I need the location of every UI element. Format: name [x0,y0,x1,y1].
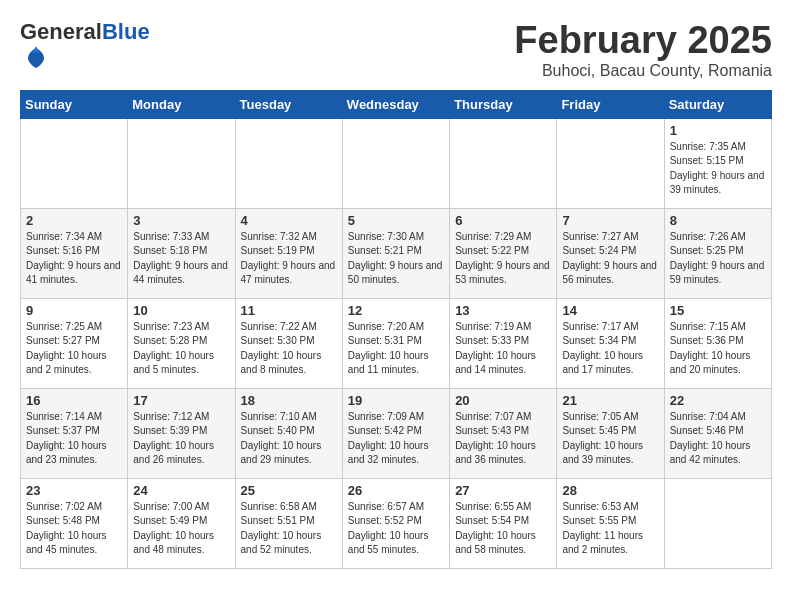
day-number: 26 [348,483,444,498]
calendar-week-row: 2Sunrise: 7:34 AM Sunset: 5:16 PM Daylig… [21,208,772,298]
calendar-header-sunday: Sunday [21,90,128,118]
calendar-cell: 20Sunrise: 7:07 AM Sunset: 5:43 PM Dayli… [450,388,557,478]
day-number: 21 [562,393,658,408]
calendar-cell: 25Sunrise: 6:58 AM Sunset: 5:51 PM Dayli… [235,478,342,568]
calendar-cell: 4Sunrise: 7:32 AM Sunset: 5:19 PM Daylig… [235,208,342,298]
day-number: 19 [348,393,444,408]
day-info: Sunrise: 7:32 AM Sunset: 5:19 PM Dayligh… [241,230,337,288]
calendar-cell: 12Sunrise: 7:20 AM Sunset: 5:31 PM Dayli… [342,298,449,388]
day-number: 18 [241,393,337,408]
calendar-week-row: 9Sunrise: 7:25 AM Sunset: 5:27 PM Daylig… [21,298,772,388]
day-info: Sunrise: 7:33 AM Sunset: 5:18 PM Dayligh… [133,230,229,288]
logo-blue-text: Blue [102,19,150,44]
calendar-cell: 3Sunrise: 7:33 AM Sunset: 5:18 PM Daylig… [128,208,235,298]
day-number: 24 [133,483,229,498]
calendar-header-saturday: Saturday [664,90,771,118]
calendar-cell [235,118,342,208]
calendar-cell: 27Sunrise: 6:55 AM Sunset: 5:54 PM Dayli… [450,478,557,568]
month-title: February 2025 [514,20,772,62]
day-info: Sunrise: 7:20 AM Sunset: 5:31 PM Dayligh… [348,320,444,378]
calendar-cell: 8Sunrise: 7:26 AM Sunset: 5:25 PM Daylig… [664,208,771,298]
day-number: 9 [26,303,122,318]
calendar-cell: 19Sunrise: 7:09 AM Sunset: 5:42 PM Dayli… [342,388,449,478]
calendar-week-row: 23Sunrise: 7:02 AM Sunset: 5:48 PM Dayli… [21,478,772,568]
calendar-cell: 17Sunrise: 7:12 AM Sunset: 5:39 PM Dayli… [128,388,235,478]
day-number: 2 [26,213,122,228]
calendar-header-friday: Friday [557,90,664,118]
calendar-cell: 23Sunrise: 7:02 AM Sunset: 5:48 PM Dayli… [21,478,128,568]
day-info: Sunrise: 7:25 AM Sunset: 5:27 PM Dayligh… [26,320,122,378]
day-number: 20 [455,393,551,408]
day-number: 7 [562,213,658,228]
day-number: 25 [241,483,337,498]
day-number: 23 [26,483,122,498]
calendar-cell: 2Sunrise: 7:34 AM Sunset: 5:16 PM Daylig… [21,208,128,298]
calendar-cell: 6Sunrise: 7:29 AM Sunset: 5:22 PM Daylig… [450,208,557,298]
day-info: Sunrise: 7:05 AM Sunset: 5:45 PM Dayligh… [562,410,658,468]
day-number: 3 [133,213,229,228]
day-info: Sunrise: 7:26 AM Sunset: 5:25 PM Dayligh… [670,230,766,288]
title-block: February 2025 Buhoci, Bacau County, Roma… [514,20,772,80]
day-info: Sunrise: 7:29 AM Sunset: 5:22 PM Dayligh… [455,230,551,288]
calendar-cell [450,118,557,208]
day-number: 16 [26,393,122,408]
calendar-cell [664,478,771,568]
day-info: Sunrise: 6:57 AM Sunset: 5:52 PM Dayligh… [348,500,444,558]
logo: GeneralBlue [20,20,150,76]
day-number: 10 [133,303,229,318]
logo-icon [22,44,50,72]
calendar-cell: 13Sunrise: 7:19 AM Sunset: 5:33 PM Dayli… [450,298,557,388]
calendar-cell: 5Sunrise: 7:30 AM Sunset: 5:21 PM Daylig… [342,208,449,298]
day-number: 27 [455,483,551,498]
day-number: 13 [455,303,551,318]
day-number: 14 [562,303,658,318]
calendar-cell: 10Sunrise: 7:23 AM Sunset: 5:28 PM Dayli… [128,298,235,388]
calendar-week-row: 1Sunrise: 7:35 AM Sunset: 5:15 PM Daylig… [21,118,772,208]
day-info: Sunrise: 7:23 AM Sunset: 5:28 PM Dayligh… [133,320,229,378]
day-number: 15 [670,303,766,318]
day-info: Sunrise: 7:02 AM Sunset: 5:48 PM Dayligh… [26,500,122,558]
day-info: Sunrise: 7:35 AM Sunset: 5:15 PM Dayligh… [670,140,766,198]
calendar-cell: 28Sunrise: 6:53 AM Sunset: 5:55 PM Dayli… [557,478,664,568]
calendar-cell [21,118,128,208]
calendar-week-row: 16Sunrise: 7:14 AM Sunset: 5:37 PM Dayli… [21,388,772,478]
day-info: Sunrise: 7:10 AM Sunset: 5:40 PM Dayligh… [241,410,337,468]
calendar-cell [557,118,664,208]
day-info: Sunrise: 7:00 AM Sunset: 5:49 PM Dayligh… [133,500,229,558]
calendar-header-thursday: Thursday [450,90,557,118]
day-info: Sunrise: 7:27 AM Sunset: 5:24 PM Dayligh… [562,230,658,288]
day-number: 12 [348,303,444,318]
logo-general-text: General [20,19,102,44]
day-number: 8 [670,213,766,228]
location-subtitle: Buhoci, Bacau County, Romania [514,62,772,80]
day-info: Sunrise: 7:22 AM Sunset: 5:30 PM Dayligh… [241,320,337,378]
calendar-header-monday: Monday [128,90,235,118]
day-number: 5 [348,213,444,228]
day-number: 1 [670,123,766,138]
calendar-cell: 15Sunrise: 7:15 AM Sunset: 5:36 PM Dayli… [664,298,771,388]
calendar-cell: 1Sunrise: 7:35 AM Sunset: 5:15 PM Daylig… [664,118,771,208]
day-info: Sunrise: 7:12 AM Sunset: 5:39 PM Dayligh… [133,410,229,468]
day-info: Sunrise: 7:14 AM Sunset: 5:37 PM Dayligh… [26,410,122,468]
calendar-cell: 9Sunrise: 7:25 AM Sunset: 5:27 PM Daylig… [21,298,128,388]
day-info: Sunrise: 7:34 AM Sunset: 5:16 PM Dayligh… [26,230,122,288]
calendar-cell [342,118,449,208]
calendar-header-tuesday: Tuesday [235,90,342,118]
calendar-table: SundayMondayTuesdayWednesdayThursdayFrid… [20,90,772,569]
day-info: Sunrise: 7:17 AM Sunset: 5:34 PM Dayligh… [562,320,658,378]
page-header: GeneralBlue February 2025 Buhoci, Bacau … [20,20,772,80]
calendar-cell: 16Sunrise: 7:14 AM Sunset: 5:37 PM Dayli… [21,388,128,478]
day-number: 6 [455,213,551,228]
calendar-cell: 14Sunrise: 7:17 AM Sunset: 5:34 PM Dayli… [557,298,664,388]
calendar-cell: 22Sunrise: 7:04 AM Sunset: 5:46 PM Dayli… [664,388,771,478]
calendar-cell: 24Sunrise: 7:00 AM Sunset: 5:49 PM Dayli… [128,478,235,568]
day-info: Sunrise: 7:30 AM Sunset: 5:21 PM Dayligh… [348,230,444,288]
calendar-header-wednesday: Wednesday [342,90,449,118]
day-info: Sunrise: 7:04 AM Sunset: 5:46 PM Dayligh… [670,410,766,468]
day-info: Sunrise: 6:55 AM Sunset: 5:54 PM Dayligh… [455,500,551,558]
day-number: 28 [562,483,658,498]
day-info: Sunrise: 6:53 AM Sunset: 5:55 PM Dayligh… [562,500,658,558]
day-info: Sunrise: 7:09 AM Sunset: 5:42 PM Dayligh… [348,410,444,468]
day-info: Sunrise: 7:07 AM Sunset: 5:43 PM Dayligh… [455,410,551,468]
calendar-header-row: SundayMondayTuesdayWednesdayThursdayFrid… [21,90,772,118]
